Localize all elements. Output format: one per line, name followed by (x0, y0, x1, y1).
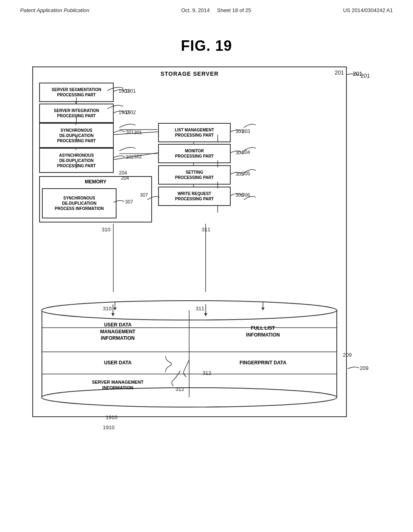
svg-text:1910: 1910 (103, 424, 115, 430)
ref-302: 302 (134, 154, 142, 160)
figure-title: FIG. 19 (0, 37, 413, 54)
ref-201-label: 201 (353, 71, 362, 77)
server-segmentation-box: SERVER SEGMENTATION PROCESSING PART (39, 83, 114, 102)
list-management-box: LIST MANAGEMENT PROCESSING PART (158, 123, 231, 142)
sync-dedup-box: SYNCHRONOUS DE-DUPLICATION PROCESSING PA… (39, 123, 114, 148)
svg-text:209: 209 (360, 365, 369, 371)
ref-201: 201 (335, 69, 344, 76)
user-data-cell: USER DATA (49, 355, 186, 371)
patent-number: US 2014/0304242 A1 (343, 7, 393, 13)
user-data-mgmt-cell: USER DATA MANAGEMENT INFORMATION (49, 316, 186, 348)
storage-server-box: STORAGE SERVER (32, 66, 347, 417)
date-sheet: Oct. 9, 2014 Sheet 18 of 25 (181, 7, 251, 13)
server-mgmt-cell: SERVER MANAGEMENT INFORMATION (49, 377, 186, 393)
ref-306: 306 (236, 192, 244, 198)
ref-1910: 1910 (106, 414, 117, 420)
ref-204: 204 (121, 175, 129, 181)
ref-311: 311 (202, 227, 211, 233)
disk-storage: USER DATA MANAGEMENT INFORMATION FULL LI… (41, 299, 338, 408)
sync-dedup-info-box: SYNCHRONOUS DE-DUPLICATION PROCESS INFOR… (42, 188, 117, 218)
ref-304: 304 (236, 150, 244, 156)
server-integration-box: SERVER INTEGRATION PROCESSING PART (39, 104, 114, 123)
async-dedup-box: ASYNCHRONOUS DE-DUPLICATION PROCESSING P… (39, 148, 114, 173)
memory-outer-box: MEMORY SYNCHRONOUS DE-DUPLICATION PROCES… (39, 176, 152, 222)
ref-1902: 1902 (119, 110, 129, 115)
monitor-box: MONITOR PROCESSING PART (158, 144, 231, 163)
ref-307: 307 (140, 192, 148, 198)
ref-301: 301 (134, 130, 142, 135)
publication-label: Patent Application Publication (20, 7, 90, 13)
fingerprint-data-cell: FINGERPRINT DATA (194, 355, 332, 371)
full-list-cell: FULL LIST INFORMATION (194, 316, 332, 348)
ref-1901: 1901 (119, 88, 129, 94)
storage-server-label: STORAGE SERVER (33, 67, 346, 77)
ref-303: 303 (236, 129, 244, 134)
sheet-label: Sheet 18 of 25 (217, 7, 251, 13)
ref-305: 305 (236, 171, 244, 177)
memory-label: MEMORY (40, 177, 151, 185)
diagram-area: STORAGE SERVER (32, 66, 379, 449)
setting-box: SETTING PROCESSING PART (158, 165, 231, 185)
page-header: Patent Application Publication Oct. 9, 2… (0, 0, 413, 17)
ref-310: 310 (102, 227, 111, 233)
date-label: Oct. 9, 2014 (181, 7, 210, 13)
ref-209: 209 (343, 352, 352, 358)
write-request-box: WRITE REQUEST PROCESSING PART (158, 187, 231, 206)
